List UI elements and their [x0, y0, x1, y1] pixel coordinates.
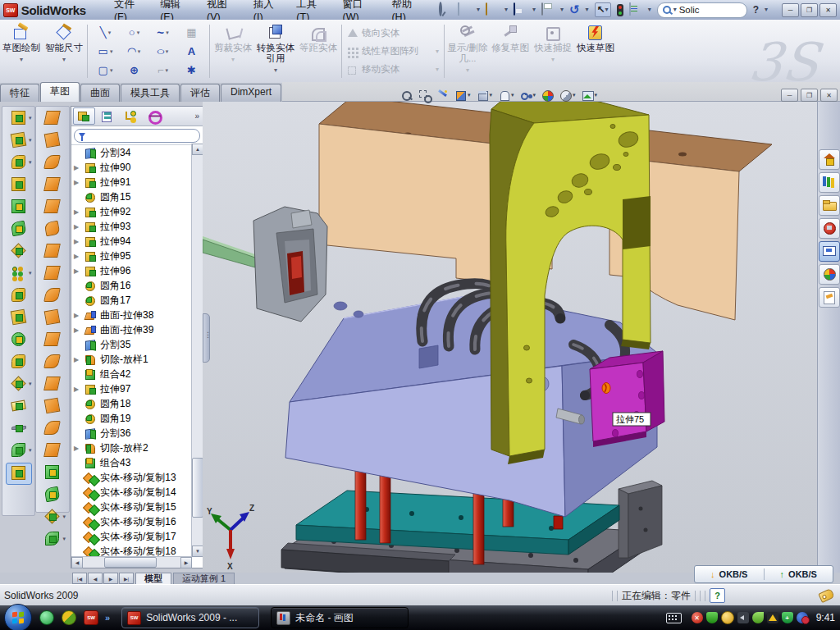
feature-tree-item[interactable]: ▶ 拉伸97: [71, 381, 192, 396]
print-caret[interactable]: ▾: [560, 3, 564, 16]
command-tab[interactable]: 模具工具: [121, 84, 180, 102]
toolbar-icon-button[interactable]: [40, 108, 65, 129]
view-tool-button[interactable]: [518, 89, 538, 103]
toolbar-icon-button[interactable]: [40, 463, 65, 483]
toolbar-icon-button[interactable]: [7, 352, 31, 372]
ribbon-stack-button[interactable]: 线性草图阵列: [345, 43, 441, 60]
toolbar-icon-button[interactable]: [7, 441, 31, 461]
configuration-manager-tab[interactable]: [121, 107, 143, 125]
expand-arrow-icon[interactable]: ▶: [74, 445, 79, 452]
command-tab[interactable]: 特征: [0, 84, 39, 102]
view-tool-button[interactable]: [580, 89, 600, 103]
search-box[interactable]: ▾ Solic: [657, 2, 747, 18]
toolbar-icon-button[interactable]: [40, 130, 65, 151]
toolbar-icon-button[interactable]: [7, 219, 31, 240]
ribbon-button[interactable]: 剪裁实体: [212, 21, 253, 81]
feature-tree-item[interactable]: ▶ 实体-移动/复制15: [71, 500, 192, 514]
feature-tree-item[interactable]: ▶ 拉伸96: [71, 263, 192, 278]
expand-arrow-icon[interactable]: ▶: [74, 208, 79, 216]
feature-manager-tab[interactable]: [73, 107, 95, 125]
toolbar-icon-button[interactable]: [40, 418, 65, 439]
help-button[interactable]: ?: [753, 3, 759, 16]
save-button[interactable]: [514, 3, 527, 16]
command-tab[interactable]: 曲面: [80, 84, 120, 102]
toolbar-icon-button[interactable]: [40, 197, 65, 217]
first-tab-button[interactable]: |◀: [72, 573, 87, 584]
sketch-entity-button[interactable]: ~: [148, 23, 177, 42]
expand-arrow-icon[interactable]: ▶: [74, 356, 79, 363]
feature-tree-item[interactable]: ▶ 拉伸95: [71, 249, 192, 263]
ribbon-button[interactable]: 显示/删除几...: [447, 21, 488, 81]
scroll-up-button[interactable]: ▲: [192, 144, 203, 155]
feature-tree-item[interactable]: ▶ 圆角15: [71, 189, 192, 204]
task-pane-button[interactable]: [819, 172, 840, 193]
scroll-right-button[interactable]: ▶: [180, 557, 192, 568]
ribbon-button[interactable]: 快速草图: [575, 21, 616, 81]
tree-vertical-scrollbar[interactable]: ▲ ▼: [191, 144, 203, 557]
tree-filter-input[interactable]: [74, 129, 200, 143]
sketch-entity-button[interactable]: ○: [120, 23, 148, 42]
view-tool-button[interactable]: [540, 89, 555, 103]
toolbar-icon-button[interactable]: [40, 507, 65, 527]
expand-arrow-icon[interactable]: ▶: [74, 253, 79, 260]
sketch-entity-button[interactable]: ○: [148, 42, 177, 61]
quick-launch-app-icon[interactable]: [62, 610, 76, 625]
options-button[interactable]: [629, 3, 642, 16]
toolbar-icon-button[interactable]: [40, 330, 65, 350]
view-tool-button[interactable]: [453, 89, 472, 103]
feature-tree-item[interactable]: ▶ 实体-移动/复制18: [71, 544, 192, 557]
toolbar-icon-button[interactable]: [40, 175, 65, 195]
rebuild-button[interactable]: [617, 4, 623, 16]
search-input[interactable]: Solic: [679, 5, 700, 15]
panel-splitter-handle[interactable]: [203, 313, 210, 363]
view-tool-button[interactable]: [399, 89, 414, 103]
property-manager-tab[interactable]: [97, 107, 119, 125]
feature-tree-item[interactable]: ▶ 实体-移动/复制13: [71, 470, 192, 485]
toolbar-icon-button[interactable]: [7, 396, 31, 417]
view-tool-button[interactable]: [435, 89, 450, 103]
feature-tree-item[interactable]: ▶ 圆角17: [71, 293, 192, 308]
quick-launch-messenger-icon[interactable]: [39, 610, 54, 625]
volume-icon[interactable]: [737, 612, 749, 623]
doc-restore-button[interactable]: ❐: [801, 89, 818, 102]
toolbar-icon-button[interactable]: [40, 529, 65, 550]
task-pane-button[interactable]: [819, 218, 840, 239]
sketch-entity-button[interactable]: ⌐: [148, 61, 177, 80]
rail-block-part[interactable]: [619, 481, 662, 558]
feature-tree-item[interactable]: ▶ 曲面-拉伸39: [71, 322, 192, 337]
task-pane-button[interactable]: [819, 287, 840, 308]
feature-tree-item[interactable]: ▶ 拉伸92: [71, 204, 192, 219]
command-tab[interactable]: DimXpert: [221, 84, 281, 102]
minimize-button[interactable]: ─: [782, 3, 799, 17]
doc-minimize-button[interactable]: ─: [781, 89, 798, 102]
feature-tree-item[interactable]: ▶ 组合43: [71, 455, 192, 470]
task-pane-button[interactable]: [819, 241, 840, 262]
panel-overflow-button[interactable]: »: [194, 112, 199, 121]
last-tab-button[interactable]: ▶|: [119, 573, 134, 584]
view-tool-button[interactable]: [496, 89, 516, 103]
ribbon-button[interactable]: 草图绘制: [1, 21, 42, 81]
search-caret[interactable]: ▾: [673, 3, 677, 16]
expand-arrow-icon[interactable]: ▶: [74, 238, 79, 245]
sketch-entity-button[interactable]: ✱: [177, 61, 206, 80]
toolbar-icon-button[interactable]: [7, 285, 31, 306]
ribbon-stack-button[interactable]: 移动实体: [345, 62, 441, 78]
toolbar-icon-button[interactable]: [40, 441, 65, 461]
toolbar-icon-button[interactable]: [7, 130, 31, 151]
feature-tree-item[interactable]: ▶ 切除-放样2: [71, 441, 192, 455]
expand-arrow-icon[interactable]: ▶: [74, 386, 79, 393]
antivirus-icon[interactable]: [706, 612, 718, 623]
expand-arrow-icon[interactable]: ▶: [74, 267, 79, 275]
toolbar-icon-button[interactable]: [40, 263, 65, 284]
select-tool-button[interactable]: ↖▾: [595, 2, 611, 17]
sketch-entity-button[interactable]: ⊕: [120, 61, 148, 80]
scroll-left-button[interactable]: ◀: [71, 557, 83, 568]
scroll-thumb[interactable]: [192, 458, 203, 518]
expand-arrow-icon[interactable]: ▶: [74, 164, 79, 171]
ribbon-button[interactable]: 修复草图: [490, 21, 531, 81]
toolbar-icon-button[interactable]: [7, 197, 31, 217]
taskbar-task-button[interactable]: 未命名 - 画图: [271, 607, 409, 628]
print-button[interactable]: [541, 3, 555, 16]
toolbar-icon-button[interactable]: [6, 463, 32, 485]
user-accounts-icon[interactable]: [797, 612, 808, 623]
